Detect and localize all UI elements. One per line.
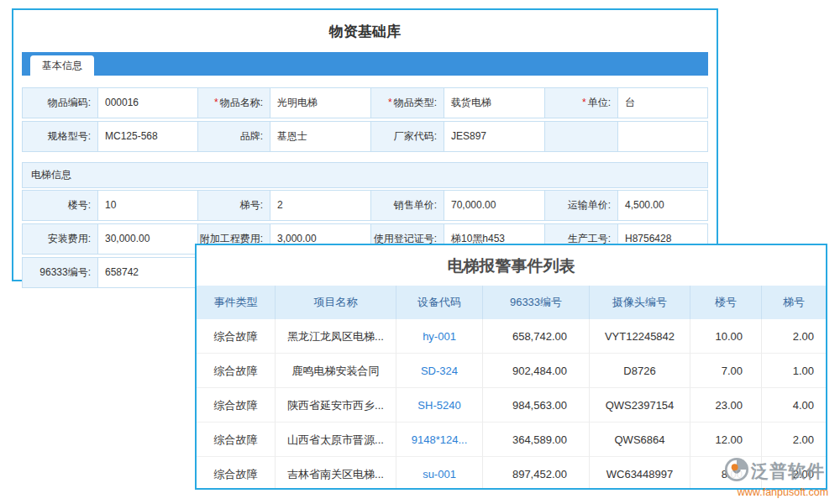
field-value-item-name: 光明电梯 bbox=[270, 88, 370, 118]
cell-camera-no: QWS2397154 bbox=[590, 388, 690, 423]
field-label-transport-price: 运输单价: bbox=[544, 191, 617, 220]
cell-device-code-link[interactable]: SH-5240 bbox=[396, 388, 483, 423]
cell-project-name: 山西省太原市晋源... bbox=[276, 423, 396, 457]
field-label-item-code: 物品编码: bbox=[23, 88, 97, 118]
cell-building-no: 23.00 bbox=[690, 388, 762, 423]
field-label-item-type: *物品类型: bbox=[370, 88, 444, 118]
cell-event-type: 综合故障 bbox=[197, 319, 276, 354]
form-row: 物品编码: 000016 *物品名称: 光明电梯 *物品类型: 载货电梯 *单位… bbox=[22, 87, 708, 118]
cell-project-name: 鹿鸣电梯安装合同 bbox=[276, 354, 396, 388]
cell-96333-no: 984,563.00 bbox=[483, 388, 590, 423]
cell-device-code-link[interactable]: SD-324 bbox=[396, 354, 483, 388]
field-value-empty bbox=[617, 122, 717, 151]
column-header-event-type[interactable]: 事件类型 bbox=[197, 286, 276, 319]
field-label-item-name: *物品名称: bbox=[197, 88, 270, 118]
required-marker: * bbox=[388, 97, 392, 108]
field-label-elevator-no: 梯号: bbox=[197, 191, 270, 220]
column-header-96333-no[interactable]: 96333编号 bbox=[483, 286, 590, 319]
column-header-project-name[interactable]: 项目名称 bbox=[276, 286, 396, 319]
field-value-elevator-no: 2 bbox=[270, 191, 370, 220]
tab-basic-info[interactable]: 基本信息 bbox=[30, 55, 94, 76]
cell-event-type: 综合故障 bbox=[197, 457, 276, 490]
cell-96333-no: 658,742.00 bbox=[483, 319, 590, 354]
field-label-vendor-code: 厂家代码: bbox=[370, 122, 444, 151]
cell-elevator-no: 1.00 bbox=[762, 354, 826, 388]
page-title: 物资基础库 bbox=[13, 10, 717, 52]
field-value-brand: 基恩士 bbox=[270, 122, 370, 151]
field-label-brand: 品牌: bbox=[197, 122, 270, 151]
watermark: 泛普软件 www.fanpusoft.com bbox=[724, 457, 840, 498]
field-label-spec-model: 规格型号: bbox=[23, 122, 97, 151]
watermark-url: www.fanpusoft.com bbox=[724, 486, 840, 498]
field-value-vendor-code: JES897 bbox=[444, 122, 544, 151]
cell-device-code-link[interactable]: hy-001 bbox=[396, 319, 483, 354]
cell-elevator-no: 2.00 bbox=[762, 319, 826, 354]
cell-96333-no: 897,452.00 bbox=[483, 457, 590, 490]
table-row: 综合故障 黑龙江龙凤区电梯... hy-001 658,742.00 VYT12… bbox=[197, 319, 826, 354]
form-row: 楼号: 10 梯号: 2 销售单价: 70,000.00 运输单价: 4,500… bbox=[22, 190, 708, 221]
cell-camera-no: D8726 bbox=[590, 354, 690, 388]
cell-device-code-link[interactable]: su-001 bbox=[396, 457, 483, 490]
cell-building-no: 12.00 bbox=[690, 423, 762, 457]
field-value-install-fee: 30,000.00 bbox=[97, 224, 197, 254]
table-row: 综合故障 山西省太原市晋源... 9148*124... 364,589.00 … bbox=[197, 423, 826, 457]
form-row: 规格型号: MC125-568 品牌: 基恩士 厂家代码: JES897 bbox=[22, 121, 708, 152]
cell-camera-no: WC63448997 bbox=[590, 457, 690, 490]
material-base-panel: 物资基础库 基本信息 物品编码: 000016 *物品名称: 光明电梯 *物品类… bbox=[12, 8, 718, 281]
field-label-building-no: 楼号: bbox=[23, 191, 97, 220]
cell-building-no: 10.00 bbox=[690, 319, 762, 354]
table-row: 综合故障 鹿鸣电梯安装合同 SD-324 902,484.00 D8726 7.… bbox=[197, 354, 826, 388]
field-value-building-no: 10 bbox=[97, 191, 197, 220]
table-header-row: 事件类型 项目名称 设备代码 96333编号 摄像头编号 楼号 梯号 bbox=[197, 286, 826, 319]
cell-project-name: 吉林省南关区电梯... bbox=[276, 457, 396, 490]
column-header-building-no[interactable]: 楼号 bbox=[690, 286, 762, 319]
alarm-list-title: 电梯报警事件列表 bbox=[197, 245, 826, 286]
basic-info-form: 物品编码: 000016 *物品名称: 光明电梯 *物品类型: 载货电梯 *单位… bbox=[22, 87, 708, 152]
cell-project-name: 陕西省延安市西乡... bbox=[276, 388, 396, 423]
alarm-event-list-panel: 电梯报警事件列表 事件类型 项目名称 设备代码 96333编号 摄像头编号 楼号… bbox=[195, 244, 827, 490]
cell-elevator-no: 4.00 bbox=[762, 388, 826, 423]
field-label-unit: *单位: bbox=[544, 88, 617, 118]
field-value-unit: 台 bbox=[617, 88, 717, 118]
watermark-brand: 泛普软件 bbox=[751, 459, 825, 483]
cell-event-type: 综合故障 bbox=[197, 388, 276, 423]
cell-device-code-link[interactable]: 9148*124... bbox=[396, 423, 483, 457]
field-value-transport-price: 4,500.00 bbox=[617, 191, 717, 220]
table-row: 综合故障 陕西省延安市西乡... SH-5240 984,563.00 QWS2… bbox=[197, 388, 826, 423]
field-label-install-fee: 安装费用: bbox=[23, 224, 97, 254]
cell-96333-no: 364,589.00 bbox=[483, 423, 590, 457]
column-header-device-code[interactable]: 设备代码 bbox=[396, 286, 483, 319]
column-header-elevator-no[interactable]: 梯号 bbox=[762, 286, 826, 319]
column-header-camera-no[interactable]: 摄像头编号 bbox=[590, 286, 690, 319]
field-label-96333-no: 96333编号: bbox=[23, 258, 97, 287]
section-header-elevator-info: 电梯信息 bbox=[22, 162, 708, 188]
cell-camera-no: QWS6864 bbox=[590, 423, 690, 457]
field-label-empty bbox=[544, 122, 617, 151]
cell-building-no: 7.00 bbox=[690, 354, 762, 388]
cell-project-name: 黑龙江龙凤区电梯... bbox=[276, 319, 396, 354]
field-value-item-code: 000016 bbox=[97, 88, 197, 118]
field-value-96333-no: 658742 bbox=[97, 258, 197, 287]
required-marker: * bbox=[214, 97, 218, 108]
field-value-spec-model: MC125-568 bbox=[97, 122, 197, 151]
cell-elevator-no: 2.00 bbox=[762, 423, 826, 457]
required-marker: * bbox=[582, 97, 586, 108]
field-value-item-type: 载货电梯 bbox=[444, 88, 544, 118]
tab-bar: 基本信息 bbox=[22, 52, 708, 76]
fanpu-logo-icon bbox=[724, 457, 749, 486]
cell-96333-no: 902,484.00 bbox=[483, 354, 590, 388]
cell-camera-no: VYT12245842 bbox=[590, 319, 690, 354]
cell-event-type: 综合故障 bbox=[197, 354, 276, 388]
cell-event-type: 综合故障 bbox=[197, 423, 276, 457]
field-value-sale-price: 70,000.00 bbox=[444, 191, 544, 220]
field-label-sale-price: 销售单价: bbox=[370, 191, 444, 220]
